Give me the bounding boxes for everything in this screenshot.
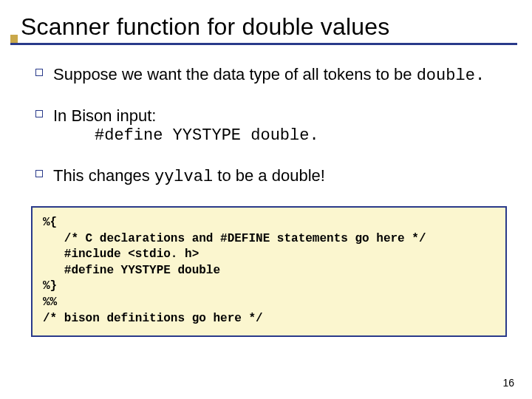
title-underline — [10, 43, 517, 45]
title-area: Scanner function for double values — [0, 0, 532, 44]
bullet-3-text-a: This changes — [53, 166, 154, 185]
bullet-item-1: Suppose we want the data type of all tok… — [53, 64, 511, 86]
content-area: Suppose we want the data type of all tok… — [0, 44, 532, 187]
bullet-3-code: yylval — [154, 168, 213, 186]
square-bullet-icon — [35, 69, 43, 76]
square-bullet-icon — [35, 170, 43, 177]
bullet-2-text: In Bison input: — [53, 106, 156, 125]
bullet-1-text: Suppose we want the data type of all tok… — [53, 65, 417, 83]
bullet-3-text-b: to be a double! — [213, 166, 325, 185]
bullet-1-code: double. — [417, 66, 485, 85]
bullet-item-3: This changes yylval to be a double! — [53, 166, 511, 188]
code-block: %{ /* C declarations and #DEFINE stateme… — [31, 206, 507, 337]
slide: Scanner function for double values Suppo… — [0, 0, 532, 399]
square-bullet-icon — [35, 110, 43, 117]
bullet-2-indent-code: #define YYSTYPE double. — [53, 126, 511, 146]
bullet-item-2: In Bison input: #define YYSTYPE double. — [53, 106, 511, 146]
page-number: 16 — [502, 377, 514, 389]
slide-title: Scanner function for double values — [21, 13, 532, 41]
